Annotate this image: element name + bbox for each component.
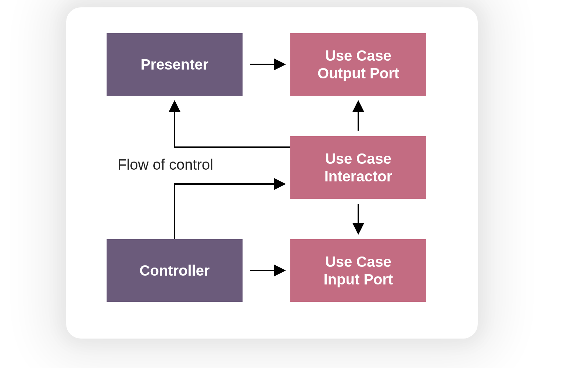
node-interactor: Use CaseInteractor bbox=[290, 136, 426, 199]
flow-of-control-label: Flow of control bbox=[118, 156, 213, 173]
node-presenter: Presenter bbox=[107, 33, 243, 96]
node-label: Use CaseOutput Port bbox=[318, 47, 399, 82]
diagram-canvas: Presenter Use CaseOutput Port Use CaseIn… bbox=[0, 0, 588, 368]
node-label: Use CaseInput Port bbox=[324, 253, 393, 288]
node-label: Presenter bbox=[141, 56, 209, 73]
node-output-port: Use CaseOutput Port bbox=[290, 33, 426, 96]
node-input-port: Use CaseInput Port bbox=[290, 239, 426, 302]
node-label: Controller bbox=[139, 262, 209, 279]
node-label: Use CaseInteractor bbox=[325, 150, 392, 185]
node-controller: Controller bbox=[107, 239, 243, 302]
